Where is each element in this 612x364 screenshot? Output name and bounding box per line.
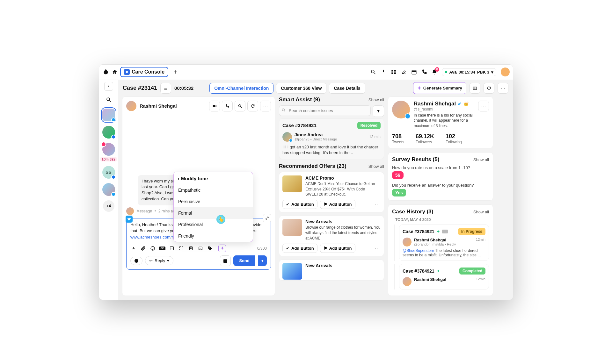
history-time: 12min (476, 277, 485, 281)
reply-type-dropdown[interactable]: ↩Reply▾ (145, 256, 173, 265)
conversation-rail: 10m 32s SS +4 (99, 80, 118, 300)
app-tile-icon: ❖ (124, 69, 130, 75)
conversation-search-button[interactable] (235, 101, 245, 111)
stat-followers-label: Followers (416, 140, 434, 144)
offer-add-button-2[interactable]: ⚑Add Button (320, 244, 355, 253)
rail-conversation-3[interactable] (102, 143, 115, 156)
search-icon (281, 108, 286, 112)
status-timer: 00:15:34 (459, 70, 475, 75)
tone-option-formal[interactable]: Formal (174, 207, 253, 219)
filter-button[interactable] (373, 105, 384, 117)
add-tab-button[interactable]: + (171, 68, 180, 76)
svg-rect-2 (392, 70, 393, 71)
smart-assist-show-all[interactable]: Show all (368, 97, 384, 102)
refresh-button[interactable] (484, 83, 494, 94)
case-menu-button[interactable] (160, 83, 171, 94)
offer-more-icon[interactable]: ⋯ (374, 201, 381, 208)
svg-point-0 (371, 70, 374, 73)
gif-icon[interactable]: GIF (159, 245, 165, 252)
generate-summary-button[interactable]: ✦Generate Summary (413, 82, 466, 94)
history-title: Case History (3) (392, 209, 433, 215)
tab-omni-channel[interactable]: Omni-Channel Interaction (209, 83, 273, 94)
layout-toggle-button[interactable] (470, 83, 480, 94)
svg-rect-10 (473, 87, 475, 89)
minus-circle-icon (135, 259, 138, 263)
attachment-icon[interactable] (140, 245, 146, 252)
tone-option-professional[interactable]: Professional (174, 219, 253, 230)
tone-title: Modify tone (181, 176, 208, 181)
offer-image (282, 219, 302, 236)
rail-conversation-4[interactable]: SS (102, 166, 115, 179)
tone-option-empathetic[interactable]: Empathetic (174, 184, 253, 196)
svg-point-13 (238, 104, 241, 107)
conversation-refresh-button[interactable] (247, 101, 258, 111)
history-user-name: Rashmi Shehgal (414, 238, 473, 242)
rail-conversation-1[interactable] (102, 109, 115, 121)
mention-link[interactable]: @ShoeSuperstore (403, 248, 434, 253)
rail-search-icon[interactable] (104, 95, 113, 104)
video-call-button[interactable] (209, 101, 220, 111)
rail-collapse-button[interactable] (104, 82, 113, 91)
offers-show-all[interactable]: Show all (368, 164, 384, 169)
generate-summary-label: Generate Summary (423, 86, 462, 90)
rail-more-conversations[interactable]: +4 (103, 200, 114, 212)
ai-assist-button[interactable]: ✦ (218, 245, 226, 252)
assist-case-card[interactable]: Case #3784921 Resolved Jione Andrea @jio… (279, 118, 384, 159)
agent-status-dropdown[interactable]: Ava 00:15:34 PBK 3 ▾ (442, 68, 496, 76)
case-history-panel: Case History (3) Show all TODAY, MAY 4 2… (388, 204, 493, 296)
apps-grid-icon[interactable] (391, 69, 397, 75)
workspace-tab-care-console[interactable]: ❖ Care Console (120, 67, 168, 77)
tab-case-details[interactable]: Case Details (329, 83, 365, 94)
home-icon[interactable] (112, 69, 118, 75)
history-card[interactable]: Case #3784921 ✦ In Progress Rashmi Shehg… (394, 225, 489, 261)
flag-icon: ⚑ (324, 246, 327, 251)
sentiment-pill[interactable] (130, 257, 142, 265)
voice-call-button[interactable] (222, 101, 233, 111)
profile-name: Rashmi Shehgal (414, 101, 456, 107)
history-time: 12min (476, 238, 485, 241)
stat-following-value: 102 (446, 133, 462, 140)
send-button[interactable]: Send (233, 255, 255, 266)
template-icon[interactable] (169, 245, 175, 252)
schedule-button[interactable] (220, 255, 231, 266)
rail-conversation-5[interactable] (102, 183, 115, 196)
text-format-icon[interactable] (130, 245, 137, 252)
tone-popup-header[interactable]: ‹Modify tone (174, 172, 253, 184)
tone-option-persuasive[interactable]: Persuasive (174, 196, 253, 207)
calendar-icon[interactable] (411, 69, 417, 75)
status-badge-resolved: Resolved (357, 122, 381, 129)
tab-customer-360[interactable]: Customer 360 View (276, 83, 326, 94)
tone-option-friendly[interactable]: Friendly (174, 230, 253, 242)
smart-assist-search-input[interactable] (279, 105, 371, 116)
offer-add-button-2[interactable]: ⚑Add Button (320, 200, 355, 209)
offer-add-button-1[interactable]: ✓Add Button (282, 244, 317, 253)
survey-show-all[interactable]: Show all (473, 157, 489, 162)
compose-icon[interactable] (401, 69, 407, 75)
offer-more-icon[interactable]: ⋯ (374, 245, 381, 252)
conversation-more-button[interactable]: ⋯ (260, 101, 271, 111)
svg-line-1 (374, 73, 376, 74)
profile-more-button[interactable]: ⋯ (478, 101, 489, 111)
image-icon[interactable] (197, 245, 204, 252)
compose-expand-button[interactable] (263, 214, 271, 222)
rail-conversation-2[interactable] (102, 126, 115, 139)
svg-point-26 (200, 248, 200, 248)
history-card[interactable]: Case #3784921 ✦ Completed Rashmi Shehgal (394, 264, 489, 289)
current-user-avatar[interactable] (501, 68, 510, 76)
facebook-badge-icon (111, 175, 116, 179)
sparkle-icon[interactable] (381, 69, 386, 75)
emoji-icon[interactable] (149, 245, 156, 252)
search-icon[interactable] (370, 69, 376, 75)
chevron-down-icon: ▾ (491, 70, 493, 75)
fullscreen-icon[interactable] (178, 245, 185, 252)
knowledge-icon[interactable] (188, 245, 194, 252)
status-name: Ava (449, 70, 456, 75)
tag-icon[interactable] (207, 245, 213, 252)
notifications-icon[interactable]: 8 (432, 69, 437, 75)
offer-add-button-1[interactable]: ✓Add Button (282, 200, 317, 209)
more-actions-button[interactable]: ⋯ (498, 83, 508, 94)
history-show-all[interactable]: Show all (473, 210, 489, 214)
phone-icon[interactable] (421, 69, 427, 75)
send-dropdown-button[interactable]: ▾ (258, 255, 267, 266)
chevron-left-icon: ‹ (178, 176, 179, 181)
